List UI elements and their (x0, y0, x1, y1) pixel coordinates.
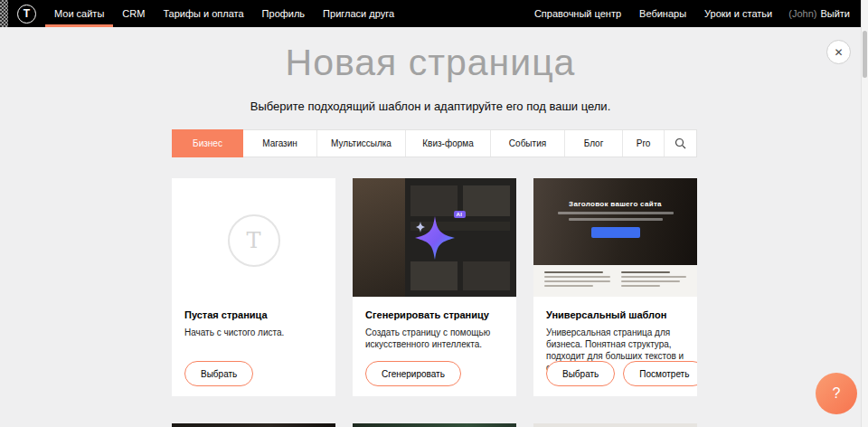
text-line (569, 218, 663, 221)
tilda-mark-circle: T (228, 214, 280, 267)
page-subtitle: Выберите подходящий шаблон и адаптируйте… (0, 100, 861, 113)
tab-multilink[interactable]: Мультиссылка (317, 130, 406, 157)
preview-heading: Заголовок вашего сайта (533, 178, 697, 208)
card-actions: Выбрать Посмотреть (546, 361, 697, 386)
card-actions: Выбрать (184, 361, 253, 386)
template-card-partial[interactable] (172, 423, 335, 427)
blank-card-media: T (172, 178, 335, 297)
nav-item-my-sites[interactable]: Мои сайты (45, 0, 113, 27)
ai-card-media: AI (353, 178, 516, 297)
nav-item-invite-friend[interactable]: Пригласи друга (314, 0, 403, 27)
text-line (558, 212, 674, 214)
select-template-button[interactable]: Выбрать (546, 361, 615, 386)
card-title: Универсальный шаблон (546, 309, 684, 320)
close-button[interactable]: ✕ (826, 40, 851, 64)
template-card-partial[interactable] (353, 423, 516, 427)
preview-image-block (463, 185, 510, 216)
template-cards-row: T Пустая страница Начать с чистого листа… (172, 178, 697, 396)
page-title: Новая страница (0, 42, 861, 84)
text-line (544, 285, 593, 287)
question-mark-icon: ? (833, 385, 841, 402)
topbar: T Мои сайты CRM Тарифы и оплата Профиль … (0, 0, 861, 27)
card-body: Пустая страница Начать с чистого листа. (172, 297, 335, 338)
user-name: (John) (788, 8, 816, 19)
tilda-logo[interactable]: T (17, 5, 36, 24)
template-cards-row-partial (172, 423, 697, 427)
tab-shop[interactable]: Магазин (243, 130, 317, 157)
card-actions: Сгенерировать (365, 361, 461, 386)
close-icon: ✕ (834, 46, 843, 59)
tab-pro[interactable]: Pro (623, 130, 665, 157)
topbar-nav-right: Справочный центр Вебинары Уроки и статьи… (525, 0, 861, 27)
card-description: Создать страницу с помощью искусственног… (365, 327, 504, 350)
scrollbar-thumb[interactable] (863, 31, 867, 78)
preview-text-section (533, 265, 697, 297)
text-line (621, 276, 687, 278)
nav-item-profile[interactable]: Профиль (253, 0, 315, 27)
tab-events[interactable]: События (491, 130, 565, 157)
text-line (544, 271, 603, 273)
text-line (621, 280, 680, 282)
text-line (621, 285, 661, 287)
search-icon (675, 138, 686, 149)
nav-item-webinars[interactable]: Вебинары (630, 0, 695, 27)
ai-star-icon: AI (410, 213, 460, 263)
preview-image-block (353, 178, 405, 297)
template-card-partial[interactable] (533, 423, 697, 427)
nav-item-help-center[interactable]: Справочный центр (525, 0, 630, 27)
text-line (621, 271, 670, 273)
card-title: Сгенерировать страницу (365, 309, 504, 320)
tab-search[interactable] (665, 130, 696, 157)
ai-badge: AI (454, 211, 466, 218)
preview-text-column (544, 271, 610, 290)
scrollbar[interactable] (861, 0, 868, 427)
nav-item-tariffs[interactable]: Тарифы и оплата (154, 0, 252, 27)
template-card-media: Заголовок вашего сайта (533, 178, 697, 297)
card-description: Начать с чистого листа. (184, 327, 323, 338)
corner-texture (0, 0, 8, 27)
preview-template-button[interactable]: Посмотреть (623, 361, 697, 386)
generate-button[interactable]: Сгенерировать (365, 361, 461, 386)
user-box: (John) Выйти (781, 0, 857, 27)
preview-image-block (410, 261, 458, 290)
nav-item-crm[interactable]: CRM (113, 0, 154, 27)
tab-blog[interactable]: Блог (565, 130, 623, 157)
preview-hero: Заголовок вашего сайта (533, 178, 697, 265)
template-card-universal: Заголовок вашего сайта (533, 178, 697, 396)
select-blank-button[interactable]: Выбрать (184, 361, 253, 386)
template-category-tabs: Бизнес Магазин Мультиссылка Квиз-форма С… (172, 129, 697, 157)
card-body: Сгенерировать страницу Создать страницу … (353, 297, 516, 350)
nav-item-lessons[interactable]: Уроки и статьи (695, 0, 781, 27)
tilda-mark-icon: T (246, 228, 260, 253)
template-card-blank: T Пустая страница Начать с чистого листа… (172, 178, 335, 396)
logout-link[interactable]: Выйти (820, 8, 850, 19)
text-line (544, 280, 610, 282)
tab-quiz-form[interactable]: Квиз-форма (406, 130, 491, 157)
topbar-nav-left: Мои сайты CRM Тарифы и оплата Профиль Пр… (45, 0, 403, 27)
template-card-generate: AI Сгенерировать страницу Создать страни… (353, 178, 516, 396)
preview-cta-button (591, 227, 640, 238)
preview-image-block (463, 261, 510, 290)
text-line (544, 276, 610, 278)
card-title: Пустая страница (184, 309, 323, 320)
tilda-logo-letter: T (24, 7, 30, 20)
preview-text-column (621, 271, 687, 290)
tab-business[interactable]: Бизнес (172, 129, 243, 157)
help-button[interactable]: ? (816, 373, 857, 414)
